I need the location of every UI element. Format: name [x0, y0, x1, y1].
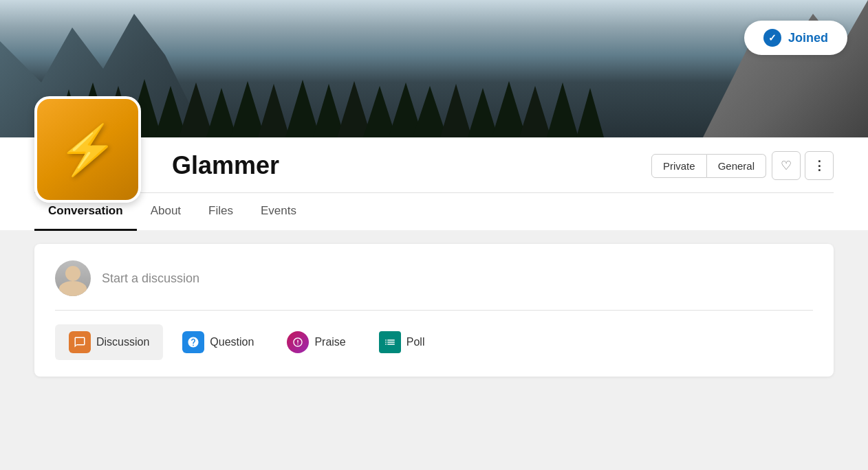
poll-label: Poll	[406, 336, 425, 348]
post-type-praise[interactable]: Praise	[273, 324, 359, 360]
group-icon: ⚡	[34, 96, 141, 203]
discussion-card: Start a discussion Discussion	[34, 244, 834, 377]
action-buttons: Private General ♡ ⋮	[651, 151, 834, 180]
praise-icon	[287, 331, 309, 353]
type-badge[interactable]: General	[707, 154, 766, 178]
lightning-icon: ⚡	[58, 126, 118, 174]
poll-icon	[379, 331, 401, 353]
question-icon	[182, 331, 204, 353]
tabs: Conversation About Files Events	[34, 192, 834, 230]
start-discussion-placeholder[interactable]: Start a discussion	[102, 271, 199, 286]
privacy-badge[interactable]: Private	[651, 154, 707, 178]
heart-icon: ♡	[781, 158, 792, 173]
post-type-row: Discussion Question Praise	[55, 311, 813, 360]
start-discussion-row: Start a discussion	[55, 260, 813, 311]
name-actions-row: Glammer Private General ♡ ⋮	[172, 137, 834, 186]
group-name: Glammer	[172, 151, 279, 180]
avatar	[55, 260, 91, 296]
post-type-poll[interactable]: Poll	[365, 324, 439, 360]
discussion-label: Discussion	[96, 336, 149, 348]
joined-check-icon: ✓	[763, 29, 781, 47]
discussion-icon	[69, 331, 91, 353]
joined-button[interactable]: ✓ Joined	[744, 21, 847, 55]
content-area: Start a discussion Discussion	[0, 230, 868, 390]
tab-about[interactable]: About	[137, 193, 195, 231]
tab-files[interactable]: Files	[195, 193, 247, 231]
like-button[interactable]: ♡	[772, 151, 801, 180]
ellipsis-icon: ⋮	[813, 158, 825, 173]
post-type-discussion[interactable]: Discussion	[55, 324, 163, 360]
more-options-button[interactable]: ⋮	[805, 151, 834, 180]
tab-events[interactable]: Events	[247, 193, 310, 231]
post-type-question[interactable]: Question	[169, 324, 268, 360]
praise-label: Praise	[314, 336, 345, 348]
profile-section: ⚡ Glammer Private General ♡ ⋮ Conversati…	[0, 137, 868, 230]
question-label: Question	[210, 336, 254, 348]
joined-label: Joined	[788, 31, 828, 45]
